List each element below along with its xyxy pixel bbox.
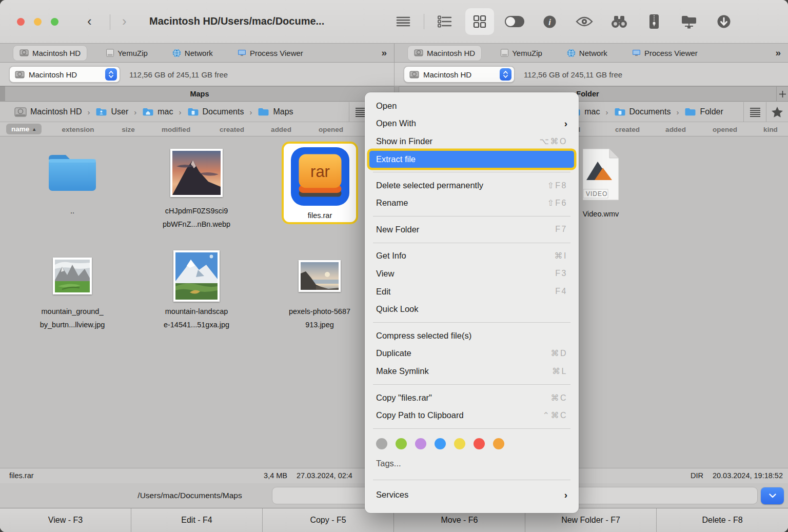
tag-gray-dot[interactable]	[376, 438, 387, 449]
edit-f4-button[interactable]: Edit - F4	[131, 508, 263, 532]
tab-overflow-button[interactable]: »	[775, 47, 781, 58]
column-header-created[interactable]: created	[615, 122, 640, 136]
breadcrumb-label: Maps	[273, 107, 293, 116]
volume-stepper-icon[interactable]	[500, 68, 511, 81]
forward-button[interactable]: ›	[122, 14, 127, 28]
tag-purple-dot[interactable]	[415, 438, 426, 449]
zip-icon[interactable]	[640, 8, 668, 35]
file-item-parent-folder[interactable]: ..	[18, 142, 126, 218]
menu-item-tags[interactable]: Tags...	[365, 455, 579, 472]
column-header-size[interactable]: size	[122, 122, 135, 136]
justify-icon[interactable]	[389, 8, 418, 35]
menu-divider	[373, 384, 570, 385]
eye-icon[interactable]	[570, 8, 599, 35]
minimize-window-button[interactable]	[34, 18, 42, 26]
binoculars-icon[interactable]	[605, 8, 634, 35]
menu-item-compress[interactable]: Compress selected file(s)	[365, 327, 579, 345]
file-item-webp-image[interactable]: cHJpdmF0ZS9sci9 pbWFnZ...nBn.webp	[143, 142, 250, 231]
toggle-icon[interactable]	[500, 8, 529, 35]
menu-item-delete-permanently[interactable]: Delete selected permanently⇧F8	[365, 176, 579, 194]
breadcrumb-item-documents[interactable]: Documents	[187, 107, 244, 116]
add-tab-button[interactable]	[776, 86, 788, 102]
menu-item-copy-file[interactable]: Copy "files.rar"⌘C	[365, 389, 579, 407]
menu-item-duplicate[interactable]: Duplicate⌘D	[365, 345, 579, 363]
display-icon	[632, 49, 641, 56]
volume-selector[interactable]: Macintosh HD	[9, 66, 120, 83]
menu-item-open[interactable]: Open	[365, 97, 579, 115]
tab-process-viewer[interactable]: Process Viewer	[626, 46, 704, 61]
tag-red-dot[interactable]	[474, 438, 485, 449]
column-header-opened[interactable]: opened	[319, 122, 343, 136]
column-header-added[interactable]: added	[665, 122, 686, 136]
tab-network[interactable]: Network	[166, 46, 219, 61]
left-pane-header[interactable]: Maps	[5, 86, 394, 102]
grid-view-icon[interactable]	[465, 8, 494, 35]
column-header-modified[interactable]: modified	[162, 122, 190, 136]
menu-item-get-info[interactable]: Get Info⌘I	[365, 247, 579, 265]
file-item-jpg-image[interactable]: mountain-landscap e-14541...51gxa.jpg	[143, 247, 250, 331]
tab-process-viewer[interactable]: Process Viewer	[231, 46, 309, 61]
documents-folder-icon	[614, 107, 626, 116]
menu-item-copy-path[interactable]: Copy Path to Clipboard⌃⌘C	[365, 406, 579, 424]
breadcrumb-separator: ›	[676, 108, 679, 116]
free-space-label: 112,56 GB of 245,11 GB free	[129, 63, 228, 86]
tab-yemuzip[interactable]: YemuZip	[100, 46, 154, 61]
zoom-window-button[interactable]	[51, 18, 58, 26]
close-window-button[interactable]	[17, 18, 25, 26]
column-header-extension[interactable]: extension	[62, 122, 94, 136]
menu-item-open-with[interactable]: Open With›	[365, 115, 579, 133]
tab-label: Network	[185, 49, 213, 57]
rar-archive-icon: rar	[290, 147, 350, 206]
tab-macintosh-hd[interactable]: Macintosh HD	[408, 46, 481, 61]
breadcrumb-label: mac	[584, 107, 600, 116]
tag-green-dot[interactable]	[396, 438, 407, 449]
menu-item-new-folder[interactable]: New FolderF7	[365, 221, 579, 239]
tab-macintosh-hd[interactable]: Macintosh HD	[13, 46, 87, 61]
left-drive-bar: Macintosh HD 112,56 GB of 245,11 GB free	[0, 63, 394, 86]
menu-item-edit[interactable]: EditF4	[365, 283, 579, 301]
tag-yellow-dot[interactable]	[454, 438, 465, 449]
volume-selector[interactable]: Macintosh HD	[404, 66, 515, 83]
favorites-star-button[interactable]	[766, 102, 788, 122]
column-header-kind[interactable]: kind	[763, 122, 778, 136]
file-item-files-rar-selected[interactable]: rar files.rar	[282, 142, 358, 224]
breadcrumb-item-current[interactable]: Maps	[258, 107, 293, 116]
column-header-name[interactable]: name ▲	[6, 124, 42, 134]
breadcrumb-item-user[interactable]: User	[95, 107, 128, 116]
breadcrumb-menu-button[interactable]	[743, 102, 766, 122]
column-header-added[interactable]: added	[271, 122, 291, 136]
volume-stepper-icon[interactable]	[105, 68, 117, 81]
menu-item-quick-look[interactable]: Quick Look	[365, 300, 579, 318]
column-header-opened[interactable]: opened	[713, 122, 737, 136]
back-button[interactable]: ‹	[87, 14, 92, 28]
tag-blue-dot[interactable]	[435, 438, 446, 449]
video-file-icon: VIDEO	[581, 147, 620, 202]
menu-item-make-symlink[interactable]: Make Symlink⌘L	[365, 362, 579, 380]
file-item-jpg-image[interactable]: mountain_ground_ by_burtn...llview.jpg	[18, 247, 126, 331]
breadcrumb-item-home[interactable]: mac	[142, 107, 173, 116]
menu-item-extract-file[interactable]: Extract file	[369, 151, 574, 168]
menu-item-rename[interactable]: Rename⇧F6	[365, 194, 579, 212]
delete-f8-button[interactable]: Delete - F8	[657, 508, 788, 532]
tag-orange-dot[interactable]	[493, 438, 504, 449]
list-view-icon[interactable]	[430, 8, 459, 35]
menu-item-services[interactable]: Services›	[365, 486, 579, 504]
menu-divider	[373, 322, 570, 323]
menu-item-show-in-finder[interactable]: Show in Finder⌥⌘O	[365, 132, 579, 150]
view-f3-button[interactable]: View - F3	[0, 508, 131, 532]
tab-yemuzip[interactable]: YemuZip	[495, 46, 548, 61]
menu-item-view[interactable]: ViewF3	[365, 265, 579, 283]
column-header-created[interactable]: created	[220, 122, 244, 136]
info-icon[interactable]: i	[535, 8, 564, 35]
file-name: Video.wmv	[583, 207, 619, 221]
download-icon[interactable]	[710, 8, 738, 35]
tab-overflow-button[interactable]: »	[381, 47, 387, 58]
breadcrumb-item-current[interactable]: Folder	[684, 107, 723, 116]
breadcrumb-item-documents[interactable]: Documents	[614, 107, 671, 116]
network-icon[interactable]	[675, 8, 703, 35]
file-item-jpeg-image[interactable]: pexels-photo-5687 913.jpeg	[266, 247, 373, 331]
breadcrumb-item-volume[interactable]: Macintosh HD	[14, 107, 82, 117]
file-name: mountain_ground_ by_burtn...llview.jpg	[40, 305, 105, 331]
command-history-button[interactable]	[761, 487, 784, 504]
tab-network[interactable]: Network	[561, 46, 614, 61]
